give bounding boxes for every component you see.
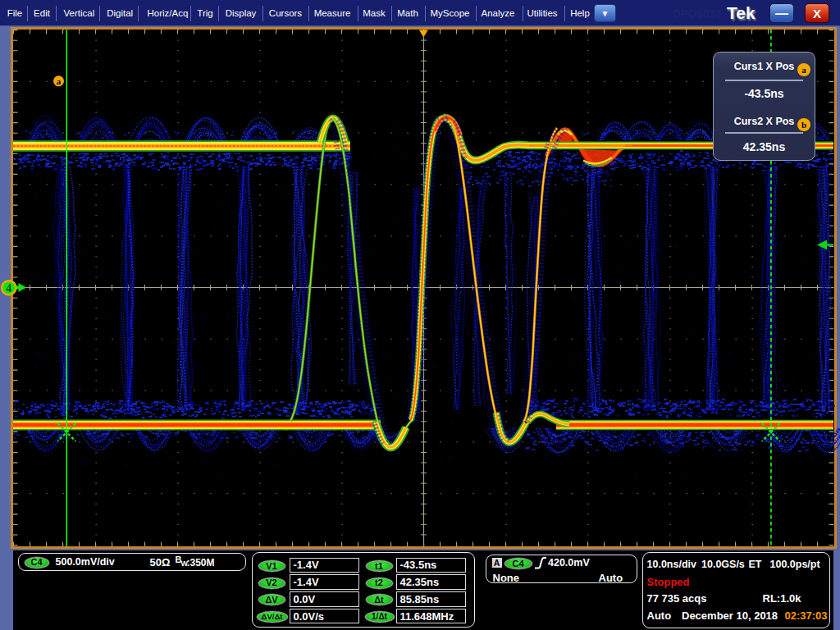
svg-text:4: 4	[6, 282, 11, 294]
svg-text:a: a	[57, 76, 62, 86]
